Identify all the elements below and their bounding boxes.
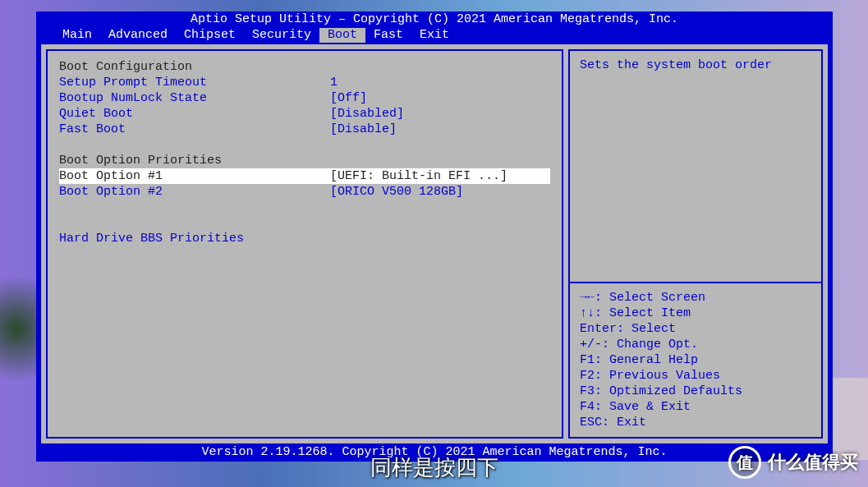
setting-value: [Disable] [330,122,550,137]
setting-label: Boot Option #2 [59,184,330,200]
setting-label: Setup Prompt Timeout [59,75,330,90]
help-panel: Sets the system boot order →←: Select Sc… [568,49,823,439]
settings-panel: Boot Configuration Setup Prompt Timeout … [46,49,563,439]
setting-value: 1 [330,75,550,90]
submenu-label: Hard Drive BBS Priorities [59,231,244,246]
setting-value: [Off] [330,90,550,106]
menu-security[interactable]: Security [244,28,319,43]
submenu-hard-drive-bbs-priorities[interactable]: Hard Drive BBS Priorities [59,231,550,246]
bios-title: Aptio Setup Utility – Copyright (C) 2021… [36,11,833,28]
bios-body: Boot Configuration Setup Prompt Timeout … [41,44,828,443]
setting-value: [Disabled] [330,106,550,122]
setting-boot-option-1[interactable]: Boot Option #1 [UEFI: Built-in EFI ...] [59,168,550,184]
setting-value: [UEFI: Built-in EFI ...] [330,168,550,184]
watermark-icon: 值 [728,446,761,479]
key-select-screen: →←: Select Screen [580,290,811,306]
section-boot-configuration: Boot Configuration [59,59,550,75]
section-boot-option-priorities: Boot Option Priorities [59,153,550,168]
menu-main[interactable]: Main [54,28,100,43]
setting-label: Fast Boot [59,122,330,137]
menu-advanced[interactable]: Advanced [100,28,176,43]
menu-bar: Main Advanced Chipset Security Boot Fast… [36,28,833,44]
setting-setup-prompt-timeout[interactable]: Setup Prompt Timeout 1 [59,75,550,90]
bios-window: Aptio Setup Utility – Copyright (C) 2021… [36,11,833,462]
setting-boot-option-2[interactable]: Boot Option #2 [ORICO V500 128GB] [59,184,550,200]
spacer [59,215,550,231]
section-label: Boot Configuration [59,59,192,75]
menu-exit[interactable]: Exit [411,28,457,43]
setting-label: Boot Option #1 [59,168,330,184]
help-keys: →←: Select Screen ↑↓: Select Item Enter:… [570,283,821,437]
key-f1: F1: General Help [580,352,811,368]
key-change: +/-: Change Opt. [580,337,811,352]
watermark-text: 什么值得买 [768,450,858,475]
spacer [59,137,550,153]
help-description: Sets the system boot order [570,51,821,282]
section-label: Boot Option Priorities [59,153,222,168]
video-caption: 同样是按四下 [370,453,498,482]
key-esc: ESC: Exit [580,415,811,430]
setting-bootup-numlock-state[interactable]: Bootup NumLock State [Off] [59,90,550,106]
setting-quiet-boot[interactable]: Quiet Boot [Disabled] [59,106,550,122]
key-select-item: ↑↓: Select Item [580,306,811,321]
menu-fast[interactable]: Fast [365,28,411,43]
setting-fast-boot[interactable]: Fast Boot [Disable] [59,122,550,137]
menu-chipset[interactable]: Chipset [176,28,244,43]
spacer [59,200,550,215]
setting-label: Bootup NumLock State [59,90,330,106]
key-f2: F2: Previous Values [580,368,811,384]
key-f4: F4: Save & Exit [580,399,811,415]
setting-value: [ORICO V500 128GB] [330,184,550,200]
key-enter: Enter: Select [580,321,811,337]
key-f3: F3: Optimized Defaults [580,384,811,399]
setting-label: Quiet Boot [59,106,330,122]
watermark: 值 什么值得买 [728,446,858,479]
menu-boot[interactable]: Boot [319,28,365,43]
